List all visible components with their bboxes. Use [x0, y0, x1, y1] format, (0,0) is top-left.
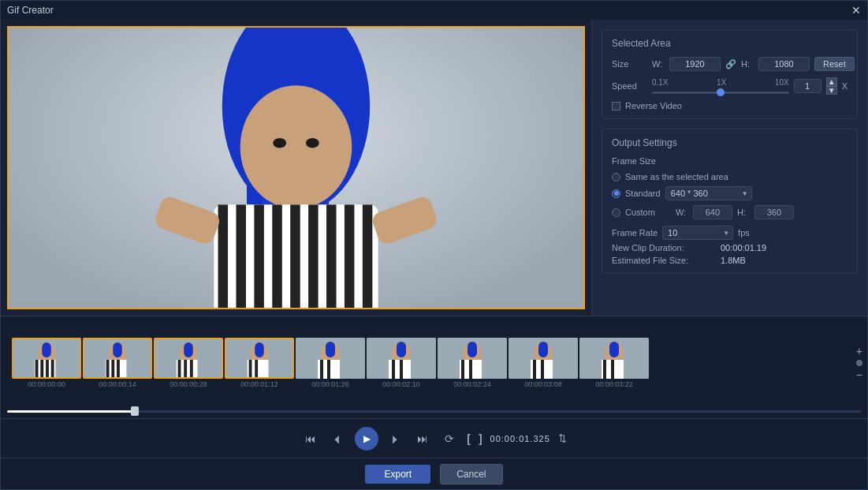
thumb-inner-6	[438, 338, 507, 379]
list-item[interactable]: 00:00:00:14	[83, 338, 152, 388]
bottom-bar: Export Cancel	[1, 458, 867, 489]
list-item[interactable]: 00:00:02:10	[367, 338, 436, 388]
thumbnail-time-2: 00:00:00:28	[170, 380, 207, 388]
svg-rect-45	[184, 359, 187, 377]
speed-down-button[interactable]: ▼	[826, 86, 837, 95]
list-item[interactable]: 00:00:01:12	[225, 338, 294, 388]
play-button[interactable]: ▶	[355, 427, 378, 451]
loop-button[interactable]: ⟳	[440, 429, 459, 448]
same-as-selected-radio[interactable]	[612, 173, 620, 181]
frame-rate-row: Frame Rate 10 15 24 30 fps	[612, 226, 848, 240]
timeline-section: 00:00:00:00 00:00:00:14	[1, 316, 867, 418]
thumb-inner-0	[13, 339, 80, 377]
reverse-label: Reverse Video	[625, 101, 682, 110]
cancel-button[interactable]: Cancel	[440, 464, 502, 484]
custom-h-label: H:	[737, 208, 750, 217]
standard-row: Standard 640 * 360 1280 * 720 1920 * 108…	[612, 186, 848, 200]
progress-thumb[interactable]	[131, 406, 139, 416]
list-item[interactable]: 00:00:03:22	[579, 338, 649, 388]
reverse-checkbox[interactable]	[612, 102, 620, 110]
zoom-in-button[interactable]: +	[856, 346, 862, 357]
speed-mid-label: 1X	[717, 78, 726, 87]
custom-w-label: W:	[676, 208, 688, 217]
svg-rect-32	[51, 359, 54, 377]
timeline-thumbnails[interactable]: 00:00:00:00 00:00:00:14	[6, 335, 851, 391]
frame-rate-select[interactable]: 10 15 24 30	[662, 226, 733, 240]
output-settings-section: Output Settings Frame Size Same as the s…	[602, 129, 858, 274]
title-bar: Gif Creator ✕	[1, 1, 867, 20]
list-item[interactable]: 00:00:01:26	[296, 338, 365, 388]
reverse-row: Reverse Video	[612, 101, 848, 110]
standard-select-wrapper: 640 * 360 1280 * 720 1920 * 1080	[665, 186, 752, 200]
custom-height-input[interactable]	[754, 205, 794, 219]
svg-rect-57	[320, 360, 323, 379]
thumbnail-time-3: 00:00:01:12	[240, 380, 278, 388]
video-preview	[7, 26, 585, 309]
custom-radio[interactable]	[612, 208, 620, 217]
timeline-track: 00:00:00:00 00:00:00:14	[1, 316, 867, 404]
svg-rect-51	[249, 359, 252, 377]
progress-track[interactable]	[7, 410, 861, 413]
reset-button[interactable]: Reset	[814, 57, 855, 71]
list-item[interactable]: 00:00:03:08	[509, 338, 578, 388]
speed-x-label: X	[842, 81, 848, 91]
controls-bar: ⏮ ⏴ ▶ ⏵ ⏭ ⟳ [ ] 00:00:01.325 ⇅	[1, 418, 867, 458]
bracket-close-button[interactable]: ]	[479, 432, 482, 445]
thumbnail-time-0: 00:00:00:00	[28, 380, 65, 388]
svg-rect-15	[236, 204, 245, 308]
skip-start-button[interactable]: ⏮	[301, 429, 320, 448]
height-input[interactable]	[758, 57, 810, 71]
thumb-inner-8	[579, 338, 649, 379]
svg-rect-18	[290, 204, 300, 308]
bracket-open-button[interactable]: [	[467, 432, 471, 445]
speed-min-label: 0.1X	[652, 78, 669, 87]
svg-rect-61	[397, 342, 406, 357]
skip-end-button[interactable]: ⏭	[413, 429, 432, 448]
link-icon: 🔗	[725, 59, 736, 69]
custom-width-input[interactable]	[693, 205, 732, 219]
svg-rect-31	[46, 359, 49, 377]
thumbnail-time-6: 00:00:02:24	[453, 380, 491, 388]
export-button[interactable]: Export	[365, 465, 430, 484]
list-item[interactable]: 00:00:00:28	[154, 338, 223, 388]
selected-area-section: Selected Area Size W: 🔗 H: Reset Speed	[602, 29, 858, 119]
custom-label: Custom	[625, 208, 655, 217]
svg-rect-35	[113, 342, 121, 357]
svg-rect-52	[255, 359, 258, 377]
close-button[interactable]: ✕	[851, 5, 861, 16]
frame-rate-label: Frame Rate	[612, 228, 658, 238]
thumb-inner-3	[226, 339, 292, 377]
thumbnail-time-8: 00:00:03:22	[595, 380, 633, 388]
estimated-size-label: Estimated File Size:	[612, 256, 714, 265]
next-frame-button[interactable]: ⏵	[386, 429, 405, 448]
svg-rect-38	[111, 359, 114, 377]
selected-area-title: Selected Area	[612, 38, 848, 49]
main-content: Selected Area Size W: 🔗 H: Reset Speed	[1, 20, 867, 316]
svg-rect-37	[106, 359, 110, 377]
speed-label: Speed	[612, 81, 647, 91]
speed-value-input[interactable]	[794, 79, 821, 93]
thumb-inner-2	[155, 339, 222, 377]
speed-max-label: 10X	[775, 78, 789, 87]
list-item[interactable]: 00:00:02:24	[438, 338, 507, 388]
speed-track	[652, 92, 789, 94]
svg-rect-39	[117, 359, 120, 377]
standard-select[interactable]: 640 * 360 1280 * 720 1920 * 1080	[665, 186, 752, 200]
thumbnail-time-4: 00:00:01:26	[311, 380, 349, 388]
svg-rect-70	[469, 360, 472, 379]
thumbnail-img-1	[83, 338, 152, 379]
prev-frame-button[interactable]: ⏴	[328, 429, 347, 448]
speed-up-button[interactable]: ▲	[826, 77, 837, 86]
svg-point-11	[248, 151, 294, 185]
standard-radio[interactable]	[612, 189, 620, 198]
zoom-out-button[interactable]: −	[856, 369, 862, 380]
thumbnail-time-7: 00:00:03:08	[524, 380, 562, 388]
speed-slider[interactable]	[652, 92, 789, 94]
svg-rect-17	[272, 204, 281, 308]
svg-rect-64	[400, 360, 403, 379]
time-display: 00:00:01.325	[490, 434, 550, 443]
size-row: Size W: 🔗 H: Reset	[612, 57, 848, 71]
width-input[interactable]	[669, 57, 721, 71]
frame-size-label: Frame Size	[612, 156, 848, 166]
list-item[interactable]: 00:00:00:00	[12, 338, 81, 388]
